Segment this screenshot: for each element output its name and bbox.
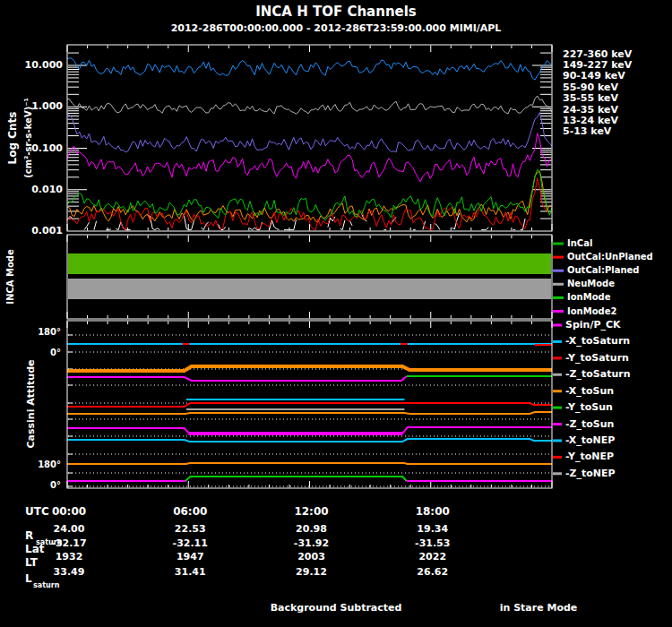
footer-stare-mode: in Stare Mode: [500, 602, 578, 614]
eph-value: 20.98: [296, 523, 327, 535]
eph-value: 2003: [297, 551, 325, 563]
y-tick-label: 10.000: [25, 59, 64, 71]
eph-row-label-Lat: Lat: [25, 543, 45, 555]
eph-value: 22.53: [175, 523, 206, 535]
mode-bar-IonMode: [68, 253, 551, 274]
attitude-y-tick-label: 0°: [50, 348, 61, 357]
subtitle: 2012-286T00:00:00.000 - 2012-286T23:59:0…: [171, 22, 502, 34]
eph-value: 2022: [418, 551, 446, 563]
eph-value: -32.11: [173, 537, 208, 549]
page-title: INCA H TOF Channels: [255, 4, 417, 20]
legend-attitude--Y_toSaturn: -Y_toSaturn: [565, 352, 629, 364]
eph-value: 29.12: [296, 566, 327, 578]
utc-axis-label: UTC: [25, 505, 49, 518]
legend-attitude--Z_toNEP: -Z_toNEP: [565, 468, 616, 479]
eph-value: 19.34: [417, 523, 448, 535]
eph-value: 33.49: [54, 566, 85, 578]
attitude-segment-15: [67, 463, 552, 464]
legend-attitude--X_toNEP: -X_toNEP: [565, 434, 615, 446]
legend-channel-55-90-keV: 55-90 keV: [563, 82, 618, 93]
y-tick-label: 0.100: [31, 142, 63, 154]
eph-row-sublabel-L: saturn: [33, 581, 60, 589]
legend-attitude--Y_toNEP: -Y_toNEP: [565, 451, 614, 462]
legend-channel-24-35-keV: 24-35 keV: [563, 104, 618, 116]
eph-value: -31.53: [415, 537, 450, 549]
eph-value: 1932: [56, 551, 83, 563]
legend-mode-OutCal-UnPlaned: OutCal:UnPlaned: [567, 252, 653, 262]
attitude-y-tick-label: 0°: [50, 480, 61, 490]
eph-value: 1947: [177, 551, 204, 563]
legend-mode-NeuMode: NeuMode: [567, 279, 615, 288]
eph-row-label-LT: LT: [25, 556, 39, 569]
legend-attitude--Z_toSun: -Z_toSun: [565, 418, 614, 430]
legend-channel-90-149-keV: 90-149 keV: [563, 70, 625, 82]
attitude-y-tick-label: 180°: [38, 327, 61, 337]
legend-mode-OutCal-Planed: OutCal:Planed: [567, 265, 639, 275]
legend-attitude--Z_toSaturn: -Z_toSaturn: [565, 368, 631, 380]
legend-channel-227-360-keV: 227-360 keV: [563, 48, 633, 60]
legend-attitude-Spin-P_CK: Spin/P_CK: [565, 319, 621, 331]
y-tick-label: 1.000: [31, 100, 63, 112]
utc-tick-label: 12:00: [294, 505, 328, 518]
legend-attitude--Y_toSun: -Y_toSun: [565, 401, 613, 413]
eph-row-label-L: L: [25, 572, 32, 585]
y-tick-label: 0.010: [31, 184, 63, 195]
eph-value: 24.00: [54, 523, 85, 535]
legend-attitude--X_toSun: -X_toSun: [565, 385, 614, 397]
legend-channel-5-13-keV: 5-13 keV: [563, 125, 612, 137]
eph-value: 26.62: [417, 566, 448, 578]
mode-panel-ylabel: INCA Mode: [5, 249, 15, 305]
eph-value: -31.92: [294, 537, 329, 549]
mode-bar-NeuMode: [68, 279, 551, 299]
legend-channel-13-24-keV: 13-24 keV: [563, 115, 618, 126]
y-tick-label: 0.001: [31, 225, 63, 236]
inca-tof-plot: INCA H TOF Channels 2012-286T00:00:00.00…: [0, 0, 672, 627]
top-panel-ylabel-line1: Log Cnts: [6, 112, 19, 165]
footer-background-subtracted: Background Subtracted: [271, 602, 402, 614]
legend-attitude--X_toSaturn: -X_toSaturn: [565, 335, 630, 347]
utc-tick-label: 18:00: [416, 505, 450, 518]
legend-mode-InCal: InCal: [567, 238, 592, 248]
legend-mode-IonMode: IonMode: [567, 292, 611, 302]
legend-channel-35-55-keV: 35-55 keV: [563, 92, 618, 104]
eph-value: 31.41: [175, 566, 206, 578]
legend-channel-149-227-keV: 149-227 keV: [563, 59, 633, 71]
eph-row-label-R: R: [25, 529, 33, 542]
attitude-panel-ylabel: Cassini Attitude: [25, 359, 37, 448]
attitude-y-tick-label: 180°: [38, 460, 61, 469]
legend-mode-IonMode2: IonMode2: [567, 306, 616, 316]
utc-tick-label: 06:00: [173, 505, 207, 518]
utc-tick-label: 00:00: [52, 505, 86, 518]
